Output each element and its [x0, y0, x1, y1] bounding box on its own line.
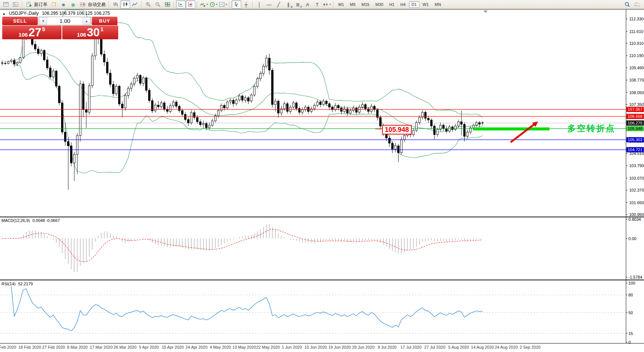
crosshair-icon[interactable]: ┼ [241, 0, 251, 9]
history-center-icon[interactable]: ❐ [49, 0, 59, 9]
rsi-name: RSI(14) [1, 282, 16, 286]
new-order-button-label[interactable]: 新订单 [34, 1, 47, 8]
fibonacci-icon[interactable]: ≣F [293, 0, 303, 9]
svg-text:1 Jun 2020: 1 Jun 2020 [282, 345, 302, 349]
bar-chart-icon[interactable] [111, 0, 120, 9]
navigator-icon[interactable]: ☻ [59, 0, 68, 9]
svg-text:107.350: 107.350 [629, 102, 644, 107]
toolbar-separator [252, 1, 253, 8]
buy-price-pips: 30 [87, 27, 100, 38]
equidistant-channel-icon[interactable]: ∥E [283, 0, 293, 9]
autotrading-button[interactable] [78, 0, 87, 9]
svg-text:50: 50 [628, 311, 633, 315]
vertical-line-icon[interactable]: │ [255, 0, 264, 9]
buy-price-figure: 106 [77, 31, 86, 38]
toolbar-separator [141, 1, 142, 8]
svg-text:9 Feb 2020: 9 Feb 2020 [0, 345, 16, 349]
chat-icon[interactable] [632, 0, 642, 9]
svg-text:5 Apr 2020: 5 Apr 2020 [139, 345, 159, 349]
buy-price-point: 1 [100, 26, 103, 32]
svg-text:17 Jul 2020: 17 Jul 2020 [401, 345, 422, 349]
candlestick-chart-icon[interactable] [120, 0, 130, 9]
buy-price-button[interactable]: 106 30 1 [62, 26, 118, 39]
chart-shift-icon[interactable] [186, 0, 195, 9]
templates-icon[interactable]: ▾ [218, 0, 228, 9]
svg-text:10 Jun 2020: 10 Jun 2020 [305, 345, 327, 349]
zoom-in-icon[interactable] [143, 0, 153, 9]
svg-text:0.8034: 0.8034 [628, 217, 641, 222]
svg-text:102.370: 102.370 [629, 188, 644, 192]
price-callout-label: 105.948 [382, 125, 412, 135]
buy-button[interactable]: BUY [92, 17, 117, 25]
svg-text:18 Feb 2020: 18 Feb 2020 [18, 345, 41, 349]
svg-text:4 May 2020: 4 May 2020 [210, 345, 231, 349]
timeframe-m1-button[interactable]: M1 [336, 1, 346, 8]
sell-button[interactable]: SELL [2, 17, 38, 25]
sell-price-pips: 27 [29, 27, 41, 38]
toolbar-separator [109, 1, 109, 8]
svg-text:8 Jul 2020: 8 Jul 2020 [378, 345, 396, 349]
svg-text:106.658: 106.658 [628, 114, 643, 119]
indicators-icon[interactable]: ▾ [199, 0, 209, 9]
volume-input[interactable]: 1.00 [47, 17, 82, 25]
svg-text:108.050: 108.050 [629, 90, 644, 95]
timeframe-m30-button[interactable]: M30 [373, 1, 386, 8]
horizontal-line-icon[interactable]: — [264, 0, 274, 9]
data-window-icon[interactable] [11, 0, 20, 9]
auto-scroll-icon[interactable] [176, 0, 186, 9]
mt4-window: 新订单❐☻◉自动交易▾▾▾┼│—╱∥E≣FAT▾M1M5M15M30H1H4D1… [0, 0, 644, 352]
timeframe-d1-button[interactable]: D1 [409, 1, 419, 8]
chart-canvas[interactable]: 112.330111.610110.910110.190109.490108.7… [0, 0, 644, 352]
timeframe-w1-button[interactable]: W1 [420, 1, 432, 8]
toolbar-separator [333, 1, 334, 8]
cursor-icon[interactable] [232, 0, 241, 9]
collapse-icon[interactable]: ▲ [2, 12, 6, 16]
arrows-objects-icon[interactable]: ▾ [322, 0, 332, 9]
tile-windows-icon[interactable] [163, 0, 172, 9]
volume-increase-button[interactable]: ▲ [83, 17, 90, 24]
market-watch-icon[interactable] [1, 0, 11, 9]
svg-text:105.948: 105.948 [628, 126, 643, 131]
line-chart-icon[interactable] [130, 0, 140, 9]
svg-text:110.910: 110.910 [629, 41, 644, 46]
svg-text:100.950: 100.950 [629, 212, 644, 217]
svg-text:19 Jun 2020: 19 Jun 2020 [328, 345, 351, 349]
text-label-icon[interactable]: T [312, 0, 322, 9]
timeframe-m15-button[interactable]: M15 [359, 1, 372, 8]
svg-text:15 Apr 2020: 15 Apr 2020 [162, 345, 183, 349]
text-icon[interactable]: A [303, 0, 312, 9]
svg-text:27 Jul 2020: 27 Jul 2020 [424, 345, 445, 349]
one-click-trading-panel: SELL ▼ 1.00 ▲ BUY 106 27 5 106 30 1 [2, 17, 118, 39]
svg-text:15: 15 [628, 331, 633, 336]
svg-text:101.650: 101.650 [629, 200, 644, 205]
svg-text:108.770: 108.770 [629, 78, 644, 82]
svg-text:0.00: 0.00 [628, 236, 636, 241]
symbol-search-icon[interactable] [623, 0, 632, 9]
signals-icon[interactable]: ◉ [68, 0, 78, 9]
svg-text:29 Jun 2020: 29 Jun 2020 [352, 345, 375, 349]
svg-text:109.490: 109.490 [629, 66, 644, 70]
timeframe-m5-button[interactable]: M5 [347, 1, 358, 8]
svg-text:112.330: 112.330 [629, 17, 644, 21]
toolbar-separator [197, 1, 197, 8]
svg-text:107.067: 107.067 [628, 107, 643, 112]
autotrading-button-label[interactable]: 自动交易 [88, 1, 106, 8]
timeframe-h1-button[interactable]: H1 [386, 1, 397, 8]
periods-icon[interactable]: ▾ [209, 0, 218, 9]
trendline-icon[interactable]: ╱ [274, 0, 283, 9]
new-order-button[interactable] [24, 0, 34, 9]
date-axis[interactable]: 9 Feb 202018 Feb 202027 Feb 20208 Mar 20… [0, 345, 541, 349]
svg-text:26 Mar 2020: 26 Mar 2020 [114, 345, 137, 349]
zoom-out-icon[interactable] [153, 0, 163, 9]
svg-text:106.275: 106.275 [628, 121, 643, 125]
svg-text:24 Apr 2020: 24 Apr 2020 [186, 345, 208, 349]
svg-text:2 Sep 2020: 2 Sep 2020 [519, 345, 540, 349]
rsi-indicator-label: RSI(14) 52.2179 [1, 282, 33, 286]
svg-text:13 May 2020: 13 May 2020 [232, 345, 256, 349]
timeframe-mn-button[interactable]: MN [432, 1, 444, 8]
sell-price-button[interactable]: 106 27 5 [2, 26, 62, 39]
timeframe-h4-button[interactable]: H4 [398, 1, 408, 8]
volume-decrease-button[interactable]: ▼ [39, 17, 47, 24]
rsi-value: 52.2179 [18, 282, 33, 286]
volume-stepper: ▼ 1.00 ▲ [39, 17, 91, 25]
